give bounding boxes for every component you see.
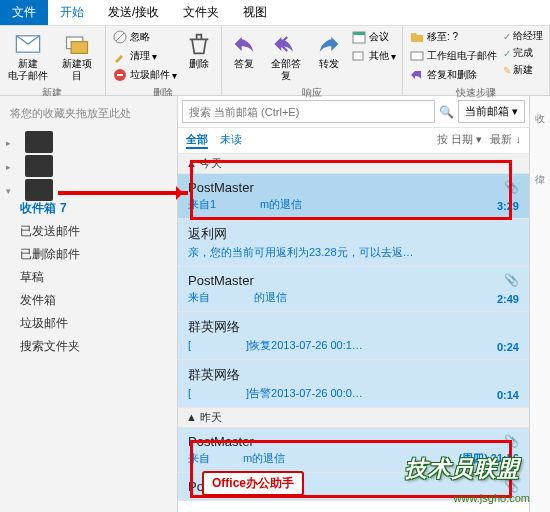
- svg-rect-9: [411, 52, 423, 60]
- folder-deleted[interactable]: 已删除邮件: [0, 243, 177, 266]
- favorites-drop[interactable]: 将您的收藏夹拖放至此处: [0, 100, 177, 127]
- watermark-office: Office办公助手: [202, 471, 304, 496]
- quick-manager[interactable]: ✓给经理: [501, 28, 545, 44]
- msg-preview: [ ]恢复2013-07-26 00:1…: [188, 338, 519, 353]
- envelope-icon: [14, 30, 42, 58]
- replydel-icon: [409, 67, 425, 83]
- watermark-url: www.jsgho.com: [454, 492, 530, 504]
- ribbon-group-quick: 移至: ? 工作组电子邮件 答复和删除 ✓给经理 ✓完成 ✎新建 快速步骤: [403, 26, 550, 95]
- ribbon-group-delete: 忽略 清理▾ 垃圾邮件▾ 删除 删除: [106, 26, 222, 95]
- svg-rect-7: [353, 32, 365, 35]
- junk-icon: [112, 67, 128, 83]
- msg-preview: [ ]告警2013-07-26 00:0…: [188, 386, 519, 401]
- clean-button[interactable]: 清理▾: [110, 47, 179, 65]
- folder-sidebar: 将您的收藏夹拖放至此处 ▸ ▸ ▾ 收件箱7 已发送邮件 已删除邮件 草稿 发件…: [0, 96, 178, 512]
- svg-line-4: [116, 33, 124, 41]
- ignore-icon: [112, 29, 128, 45]
- more-icon: [351, 48, 367, 64]
- reading-pane-collapsed: 收 徫: [530, 96, 550, 512]
- team-icon: [409, 48, 425, 64]
- quick-create[interactable]: ✎新建: [501, 62, 545, 78]
- account-redacted-2[interactable]: [25, 155, 53, 177]
- svg-rect-8: [353, 52, 363, 60]
- message-item[interactable]: 返利网 亲，您的当前可用返利为23.28元，可以去返…: [178, 219, 529, 267]
- sort-by[interactable]: 按 日期 ▾: [437, 132, 482, 149]
- tab-home[interactable]: 开始: [48, 0, 96, 25]
- account-redacted-1[interactable]: [25, 131, 53, 153]
- folder-sent[interactable]: 已发送邮件: [0, 220, 177, 243]
- quick-moveto[interactable]: 移至: ?: [407, 28, 499, 46]
- ribbon-group-new: 新建 电子邮件 新建项目 新建: [0, 26, 106, 95]
- quick-done[interactable]: ✓完成: [501, 45, 545, 61]
- quick-replydel[interactable]: 答复和删除: [407, 66, 499, 84]
- reply-button[interactable]: 答复: [226, 28, 262, 84]
- msg-sender: 群英网络: [188, 318, 519, 336]
- replyall-button[interactable]: 全部答复: [264, 28, 309, 84]
- new-email-label: 新建 电子邮件: [8, 58, 48, 82]
- new-item-label: 新建项目: [58, 58, 97, 82]
- filter-all[interactable]: 全部: [186, 132, 208, 149]
- replyall-icon: [272, 30, 300, 58]
- new-item-button[interactable]: 新建项目: [54, 28, 101, 84]
- annotation-arrow: [58, 190, 188, 196]
- tab-view[interactable]: 视图: [231, 0, 279, 25]
- meeting-icon: [351, 29, 367, 45]
- pane-label: 徫: [530, 156, 548, 176]
- tab-sendrecv[interactable]: 发送/接收: [96, 0, 171, 25]
- folder-drafts[interactable]: 草稿: [0, 266, 177, 289]
- attachment-icon: 📎: [504, 180, 519, 194]
- msg-sender: PostMaster: [188, 434, 519, 449]
- message-item[interactable]: PostMaster 来自1 m的退信 3:29 📎: [178, 174, 529, 219]
- new-item-icon: [63, 30, 91, 58]
- forward-button[interactable]: 转发: [311, 28, 347, 84]
- pane-label: 收: [530, 96, 548, 116]
- quick-team[interactable]: 工作组电子邮件: [407, 47, 499, 65]
- msg-preview: 亲，您的当前可用返利为23.28元，可以去返…: [188, 245, 519, 260]
- search-input[interactable]: [182, 100, 435, 123]
- group-yesterday[interactable]: ▲ 昨天: [178, 408, 529, 428]
- expand-icon[interactable]: ▸: [6, 162, 11, 172]
- search-icon[interactable]: 🔍: [439, 105, 454, 119]
- folder-icon: [409, 29, 425, 45]
- forward-icon: [315, 30, 343, 58]
- junk-button[interactable]: 垃圾邮件▾: [110, 66, 179, 84]
- expand-icon[interactable]: ▸: [6, 138, 11, 148]
- msg-time: 3:29: [497, 200, 519, 212]
- folder-search[interactable]: 搜索文件夹: [0, 335, 177, 358]
- folder-inbox[interactable]: 收件箱7: [0, 197, 177, 220]
- folder-outbox[interactable]: 发件箱: [0, 289, 177, 312]
- folder-junk[interactable]: 垃圾邮件: [0, 312, 177, 335]
- respond-more-button[interactable]: 其他▾: [349, 47, 398, 65]
- msg-sender: PostMaster: [188, 180, 519, 195]
- msg-sender: PostMaster: [188, 273, 519, 288]
- attachment-icon: 📎: [504, 273, 519, 287]
- reply-icon: [230, 30, 258, 58]
- ignore-button[interactable]: 忽略: [110, 28, 179, 46]
- msg-sender: 群英网络: [188, 366, 519, 384]
- message-item[interactable]: 群英网络 [ ]恢复2013-07-26 00:1… 0:24: [178, 312, 529, 360]
- ribbon-group-respond: 答复 全部答复 转发 会议 其他▾ 响应: [222, 26, 403, 95]
- msg-sender: 返利网: [188, 225, 519, 243]
- delete-button[interactable]: 删除: [181, 28, 217, 84]
- delete-label: 删除: [189, 58, 209, 70]
- meeting-button[interactable]: 会议: [349, 28, 398, 46]
- msg-time: 2:49: [497, 293, 519, 305]
- message-item[interactable]: 群英网络 [ ]告警2013-07-26 00:0… 0:14: [178, 360, 529, 408]
- expand-icon[interactable]: ▾: [6, 186, 11, 196]
- tab-file[interactable]: 文件: [0, 0, 48, 25]
- svg-rect-2: [71, 42, 87, 54]
- attachment-icon: 📎: [504, 434, 519, 448]
- message-list: 🔍 当前邮箱 ▾ 全部 未读 按 日期 ▾ 最新 ↓ ▲ 今天 PostMast…: [178, 96, 530, 512]
- account-redacted-3[interactable]: [25, 179, 53, 201]
- tab-folder[interactable]: 文件夹: [171, 0, 231, 25]
- message-item[interactable]: PostMaster 来自 的退信 2:49 📎: [178, 267, 529, 312]
- broom-icon: [112, 48, 128, 64]
- group-today[interactable]: ▲ 今天: [178, 154, 529, 174]
- filter-unread[interactable]: 未读: [220, 132, 242, 149]
- new-email-button[interactable]: 新建 电子邮件: [4, 28, 52, 84]
- delete-icon: [185, 30, 213, 58]
- search-scope-dropdown[interactable]: 当前邮箱 ▾: [458, 100, 525, 123]
- sort-order[interactable]: 最新 ↓: [490, 132, 521, 149]
- msg-time: 0:14: [497, 389, 519, 401]
- msg-time: 0:24: [497, 341, 519, 353]
